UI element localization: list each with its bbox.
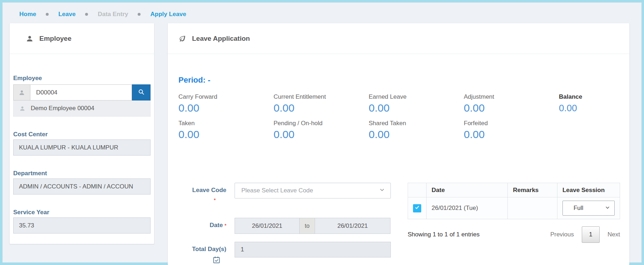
- stat-value: 0.00: [274, 102, 369, 114]
- stat-label: Earned Leave: [369, 93, 464, 100]
- employee-code-input[interactable]: [30, 84, 132, 100]
- employee-name-text: Demo Employee 00004: [31, 105, 94, 112]
- date-row: Date * 26/01/2021 to 26/01/2021: [178, 218, 391, 234]
- date-column-header: Date: [427, 183, 508, 197]
- employee-panel-title: Employee: [39, 35, 72, 43]
- pagination-previous[interactable]: Previous: [550, 231, 574, 238]
- leave-balance-summary: Carry Forward 0.00 Current Entitlement 0…: [178, 93, 619, 141]
- stat-current-entitlement: Current Entitlement 0.00: [274, 93, 369, 114]
- date-label: Date: [210, 222, 223, 229]
- date-range-group: 26/01/2021 to 26/01/2021: [235, 218, 391, 234]
- stat-earned-leave: Earned Leave 0.00: [369, 93, 464, 114]
- stat-value: 0.00: [464, 102, 559, 114]
- stat-balance: Balance 0.00: [559, 93, 619, 114]
- cost-center-label: Cost Center: [13, 131, 151, 138]
- stat-shared-taken: Shared Taken 0.00: [369, 120, 464, 141]
- stat-label: Carry Forward: [178, 93, 274, 100]
- user-addon-icon: [13, 84, 30, 100]
- breadcrumb-home[interactable]: Home: [19, 11, 36, 18]
- stat-pending-onhold: Pending / On-hold 0.00: [274, 120, 369, 141]
- stat-value: 0.00: [369, 102, 464, 114]
- leave-application-title: Leave Application: [192, 35, 250, 43]
- pagination-next[interactable]: Next: [608, 231, 620, 238]
- stat-label: Forfeited: [464, 120, 559, 127]
- user-icon: [14, 105, 31, 112]
- table-header-row: Date Remarks Leave Session: [408, 183, 620, 197]
- calendar-check-icon: [178, 256, 226, 264]
- employee-field-label: Employee: [13, 75, 151, 82]
- day-selection-area: Date Remarks Leave Session: [408, 183, 620, 243]
- leave-application-panel: Leave Application Period: - Carry Forwar…: [168, 23, 629, 265]
- breadcrumb-apply-leave[interactable]: Apply Leave: [150, 11, 186, 18]
- stat-value: 0.00: [464, 128, 559, 141]
- stat-value: 0.00: [178, 128, 274, 141]
- employee-search-button[interactable]: [132, 84, 151, 100]
- period-label: Period: -: [178, 75, 619, 85]
- leave-session-value: Full: [574, 205, 605, 212]
- date-required-marker: *: [225, 223, 226, 228]
- stat-label: Pending / On-hold: [274, 120, 369, 127]
- date-to-input[interactable]: 26/01/2021: [315, 218, 390, 234]
- breadcrumb-separator-dot: [85, 13, 88, 16]
- stat-label: Taken: [178, 120, 274, 127]
- leave-form: Leave Code * Please Select Leave Code: [178, 183, 391, 264]
- employee-panel: Employee Employee Demo Employee 000: [10, 23, 154, 244]
- chevron-down-icon: [379, 187, 385, 194]
- leave-session-column-header: Leave Session: [557, 183, 620, 197]
- employee-search-group: [13, 84, 151, 100]
- cost-center-value: KUALA LUMPUR - KUALA LUMPUR: [13, 139, 151, 156]
- total-days-row: Total Day(s) 1: [178, 242, 391, 264]
- department-value: ADMIN / ACCOUNTS - ADMIN / ACCOUN: [13, 178, 151, 195]
- leaf-icon: [178, 35, 186, 43]
- breadcrumb-separator-dot: [46, 13, 49, 16]
- stat-value: 0.00: [178, 102, 274, 114]
- stat-carry-forward: Carry Forward 0.00: [178, 93, 274, 114]
- stat-label: Shared Taken: [369, 120, 464, 127]
- date-from-input[interactable]: 26/01/2021: [235, 218, 300, 234]
- breadcrumb-separator-dot: [138, 13, 141, 16]
- breadcrumb-leave[interactable]: Leave: [58, 11, 75, 18]
- remarks-column-header: Remarks: [508, 183, 557, 197]
- user-icon: [26, 35, 34, 43]
- service-year-value: 35.73: [13, 217, 151, 234]
- checkbox-column-header: [408, 183, 427, 197]
- chevron-down-icon: [605, 205, 610, 212]
- leave-code-row: Leave Code * Please Select Leave Code: [178, 183, 391, 203]
- stat-label: Current Entitlement: [274, 93, 369, 100]
- leave-session-select[interactable]: Full: [562, 201, 615, 216]
- leave-application-header: Leave Application: [168, 23, 629, 54]
- table-summary: Showing 1 to 1 of 1 entries: [408, 231, 480, 238]
- stat-forfeited: Forfeited 0.00: [464, 120, 559, 141]
- employee-panel-header: Employee: [10, 23, 154, 54]
- total-days-value: 1: [235, 242, 391, 257]
- stat-label: Adjustment: [464, 93, 559, 100]
- leave-code-required-marker: *: [178, 197, 226, 203]
- stat-taken: Taken 0.00: [178, 120, 274, 141]
- leave-code-placeholder: Please Select Leave Code: [241, 187, 379, 194]
- leave-code-select[interactable]: Please Select Leave Code: [235, 183, 391, 198]
- day-date-cell: 26/01/2021 (Tue): [427, 197, 508, 219]
- pagination: Previous 1 Next: [550, 226, 620, 243]
- table-row: 26/01/2021 (Tue) Full: [408, 197, 620, 219]
- service-year-label: Service Year: [13, 209, 151, 216]
- date-range-separator: to: [299, 218, 315, 234]
- department-label: Department: [13, 170, 151, 177]
- page-frame: Home Leave Data Entry Apply Leave Employ…: [0, 0, 644, 265]
- leave-code-label: Leave Code: [192, 187, 226, 193]
- day-checkbox[interactable]: [413, 204, 421, 212]
- stat-value: 0.00: [559, 102, 619, 114]
- day-remarks-cell[interactable]: [508, 197, 557, 219]
- search-icon: [138, 88, 145, 97]
- stat-label: Balance: [559, 93, 619, 100]
- employee-name-display: Demo Employee 00004: [13, 100, 151, 117]
- pagination-page-1[interactable]: 1: [582, 226, 600, 243]
- stat-value: 0.00: [274, 128, 369, 141]
- stat-value: 0.00: [369, 128, 464, 141]
- breadcrumb-data-entry: Data Entry: [98, 11, 128, 18]
- breadcrumb: Home Leave Data Entry Apply Leave: [5, 5, 639, 23]
- total-days-label: Total Day(s): [192, 246, 226, 252]
- check-icon: [414, 205, 420, 212]
- day-selection-table: Date Remarks Leave Session: [408, 183, 620, 219]
- stat-adjustment: Adjustment 0.00: [464, 93, 559, 114]
